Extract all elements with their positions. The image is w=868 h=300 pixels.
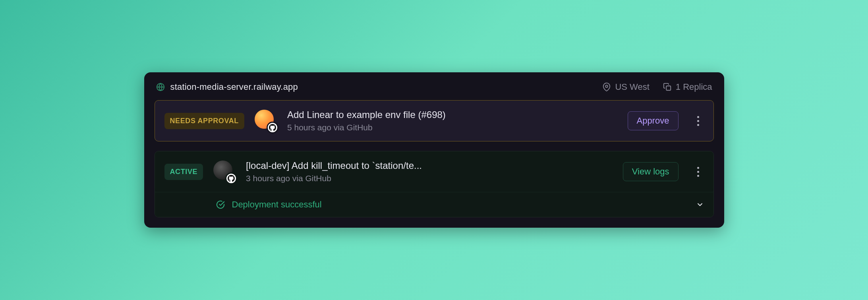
deployment-title: Add Linear to example env file (#698) [287, 109, 446, 120]
deployment-info: Add Linear to example env file (#698) 5 … [287, 109, 446, 132]
deployment-subtitle: 5 hours ago via GitHub [287, 123, 446, 132]
deployment-card-pending[interactable]: NEEDS APPROVAL Add Linear to example env… [155, 100, 714, 141]
more-menu-button[interactable] [693, 167, 704, 177]
status-badge: NEEDS APPROVAL [164, 113, 244, 129]
replica-icon [663, 83, 672, 91]
chevron-down-icon[interactable] [696, 201, 704, 209]
deployment-info: [local-dev] Add kill_timeout to `station… [246, 160, 422, 183]
commit-avatar [255, 110, 277, 132]
header-meta: US West 1 Replica [602, 82, 712, 92]
deployment-status-text: Deployment successful [232, 199, 322, 210]
deployment-subtitle: 3 hours ago via GitHub [246, 174, 422, 183]
github-icon [267, 122, 278, 134]
commit-avatar [213, 161, 236, 183]
status-badge: ACTIVE [164, 164, 203, 180]
panel-header: station-media-server.railway.app US West… [155, 82, 714, 100]
globe-icon [156, 83, 165, 91]
approve-button[interactable]: Approve [628, 111, 679, 130]
deployment-title: [local-dev] Add kill_timeout to `station… [246, 160, 422, 171]
replica-count[interactable]: 1 Replica [676, 82, 712, 92]
view-logs-button[interactable]: View logs [623, 162, 679, 181]
service-domain[interactable]: station-media-server.railway.app [170, 82, 298, 92]
service-panel: station-media-server.railway.app US West… [144, 72, 724, 228]
deployment-card-active-group: ACTIVE [local-dev] Add kill_timeout to `… [155, 151, 714, 217]
more-menu-button[interactable] [693, 116, 704, 126]
location-pin-icon [602, 83, 611, 91]
region-label[interactable]: US West [615, 82, 649, 92]
deployment-status-row[interactable]: Deployment successful [155, 192, 713, 217]
svg-point-2 [606, 85, 608, 87]
github-icon [225, 172, 237, 184]
deployment-card-active[interactable]: ACTIVE [local-dev] Add kill_timeout to `… [155, 151, 713, 192]
check-circle-icon [216, 200, 225, 209]
svg-rect-3 [666, 86, 671, 90]
